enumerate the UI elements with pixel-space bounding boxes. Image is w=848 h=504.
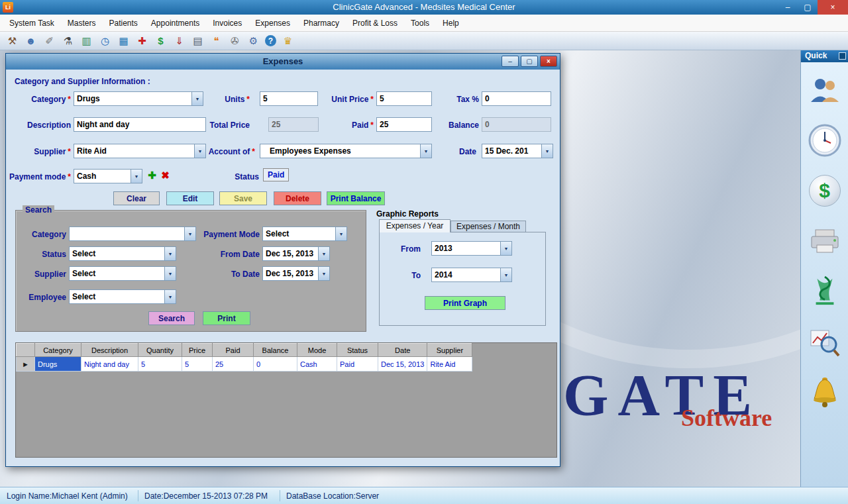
column-header-quantity[interactable]: Quantity: [138, 344, 182, 357]
menu-help[interactable]: Help: [436, 16, 466, 30]
column-header-category[interactable]: Category: [35, 344, 81, 357]
column-header-date[interactable]: Date: [378, 344, 427, 357]
pen-icon[interactable]: ✐: [42, 34, 56, 48]
grid-cell-paid[interactable]: 25: [213, 357, 254, 372]
chevron-down-icon[interactable]: [420, 144, 431, 158]
world-clock-icon[interactable]: ◷: [98, 34, 112, 48]
printer-icon[interactable]: [808, 224, 842, 258]
from-year-select[interactable]: 2013: [431, 241, 512, 256]
print-graph-button[interactable]: Print Graph: [425, 296, 505, 310]
expenses-titlebar[interactable]: Expenses – ▢ ×: [6, 54, 560, 70]
delete-payment-mode-icon[interactable]: ✖: [160, 170, 171, 181]
chevron-down-icon[interactable]: [500, 242, 511, 255]
save-button[interactable]: Save: [219, 191, 267, 205]
grid-cell-status[interactable]: Paid: [337, 357, 378, 372]
chevron-down-icon[interactable]: [184, 227, 195, 240]
search-from-date-picker[interactable]: Dec 15, 2013: [262, 246, 330, 261]
expenses-maximize-button[interactable]: ▢: [521, 56, 538, 67]
menu-appointments[interactable]: Appointments: [144, 16, 206, 30]
printer-icon[interactable]: ▤: [191, 34, 205, 48]
search-payment-mode-select[interactable]: Select: [262, 227, 347, 241]
expenses-minimize-button[interactable]: –: [502, 56, 519, 67]
settings-search-icon[interactable]: ⚙: [246, 34, 260, 48]
chevron-down-icon[interactable]: [164, 290, 176, 303]
medical-cross-icon[interactable]: ✚: [135, 34, 149, 48]
tape-icon[interactable]: ✇: [228, 34, 242, 48]
hammer-icon[interactable]: ⚒: [5, 34, 19, 48]
payment-mode-select[interactable]: Cash: [74, 169, 142, 183]
chevron-down-icon[interactable]: [318, 247, 329, 260]
dollar-icon[interactable]: $: [154, 34, 168, 48]
lab-icon[interactable]: ⚗: [61, 34, 75, 48]
grid-cell-balance[interactable]: 0: [254, 357, 297, 372]
search-to-date-picker[interactable]: Dec 15, 2013: [262, 266, 330, 281]
row-selector-icon[interactable]: ►: [17, 357, 35, 372]
search-employee-select[interactable]: Select: [69, 289, 176, 304]
add-payment-mode-icon[interactable]: ✚: [146, 170, 158, 181]
download-icon[interactable]: ⇓: [172, 34, 186, 48]
chevron-down-icon[interactable]: [541, 144, 553, 158]
maximize-button[interactable]: ▢: [798, 0, 818, 15]
tax-input[interactable]: [482, 91, 551, 106]
column-header-balance[interactable]: Balance: [254, 344, 297, 357]
column-header-mode[interactable]: Mode: [297, 344, 337, 357]
column-header-supplier[interactable]: Supplier: [427, 344, 472, 357]
chevron-down-icon[interactable]: [335, 227, 346, 240]
chart-icon[interactable]: ▥: [80, 34, 93, 48]
help-icon[interactable]: ?: [265, 35, 276, 46]
menu-patients[interactable]: Patients: [103, 16, 144, 30]
edit-button[interactable]: Edit: [166, 191, 214, 205]
menu-pharmacy[interactable]: Pharmacy: [297, 16, 346, 30]
grid-cell-description[interactable]: Night and day: [81, 357, 138, 372]
chat-icon[interactable]: ❝: [209, 34, 223, 48]
calendar-icon[interactable]: ▦: [117, 34, 131, 48]
bell-icon[interactable]: [808, 375, 842, 409]
grid-cell-price[interactable]: 5: [182, 357, 213, 372]
close-button[interactable]: ×: [818, 0, 848, 15]
column-header-price[interactable]: Price: [182, 344, 213, 357]
description-input[interactable]: [74, 117, 206, 132]
grid-cell-mode[interactable]: Cash: [297, 357, 337, 372]
search-category-select[interactable]: [69, 227, 196, 241]
menu-masters[interactable]: Masters: [61, 16, 103, 30]
grid-cell-date[interactable]: Dec 15, 2013: [378, 357, 427, 372]
search-supplier-select[interactable]: Select: [69, 266, 176, 281]
expenses-close-button[interactable]: ×: [540, 56, 557, 67]
reminder-icon[interactable]: ♛: [281, 34, 295, 48]
menu-profit-loss[interactable]: Profit & Loss: [346, 16, 404, 30]
print-balance-button[interactable]: Print Balance: [327, 191, 385, 205]
column-header-description[interactable]: Description: [81, 344, 138, 357]
clock-icon[interactable]: [808, 123, 842, 158]
chevron-down-icon[interactable]: [164, 247, 176, 260]
supplier-select[interactable]: Rite Aid: [74, 144, 206, 158]
dollar-icon[interactable]: $: [808, 174, 842, 208]
minimize-button[interactable]: –: [778, 0, 798, 15]
grid-cell-quantity[interactable]: 5: [138, 357, 182, 372]
patient-icon[interactable]: ☻: [24, 34, 38, 48]
date-picker[interactable]: 15 Dec. 201: [482, 144, 553, 158]
clear-button[interactable]: Clear: [113, 191, 160, 205]
print-button[interactable]: Print: [203, 311, 250, 325]
menu-system-task[interactable]: System Task: [3, 16, 61, 30]
pharmacy-icon[interactable]: [808, 274, 842, 309]
tab-expenses-year[interactable]: Expenses / Year: [379, 219, 450, 232]
delete-button[interactable]: Delete: [274, 191, 321, 205]
quick-pin-icon[interactable]: [839, 52, 846, 60]
chevron-down-icon[interactable]: [500, 268, 511, 281]
category-select[interactable]: Drugs: [74, 91, 203, 106]
grid-cell-supplier[interactable]: Rite Aid: [427, 357, 472, 372]
table-row[interactable]: ► Drugs Night and day 5 5 25 0 Cash Paid…: [17, 357, 472, 372]
menu-invoices[interactable]: Invoices: [206, 16, 248, 30]
menu-expenses[interactable]: Expenses: [248, 16, 297, 30]
users-icon[interactable]: [808, 73, 842, 107]
menu-tools[interactable]: Tools: [404, 16, 436, 30]
search-chart-icon[interactable]: [808, 325, 842, 359]
chevron-down-icon[interactable]: [131, 170, 142, 183]
chevron-down-icon[interactable]: [164, 267, 176, 280]
expenses-grid[interactable]: Category Description Quantity Price Paid…: [16, 343, 472, 372]
grid-cell-category[interactable]: Drugs: [35, 357, 81, 372]
account-of-select[interactable]: Employees Expenses: [260, 144, 432, 158]
chevron-down-icon[interactable]: [318, 267, 329, 280]
tab-expenses-month[interactable]: Expenses / Month: [450, 221, 526, 232]
to-year-select[interactable]: 2014: [431, 268, 512, 282]
